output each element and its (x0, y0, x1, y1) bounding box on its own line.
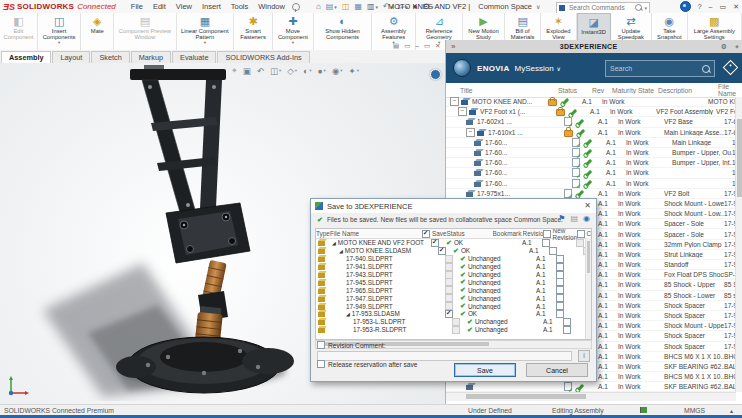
chevron-up-icon[interactable]: ▴ (730, 407, 733, 414)
gear-icon[interactable]: ⚙ (721, 43, 727, 51)
chevron-down-icon[interactable]: ▾ (644, 5, 647, 11)
new-revision-all-checkbox[interactable] (543, 230, 551, 238)
cancel-button[interactable]: Cancel (526, 363, 588, 377)
save-checkbox[interactable] (445, 286, 453, 294)
bookmark-icon[interactable]: ⚑ (558, 214, 565, 223)
tag-icon[interactable] (723, 60, 739, 76)
ribbon-button-component-preview-window[interactable]: ▤Component Preview Window (114, 13, 176, 50)
save-button[interactable]: Save (454, 363, 516, 377)
new-revision-checkbox[interactable] (556, 278, 564, 286)
collapse-panel-icon[interactable]: » (451, 42, 455, 51)
ribbon-button-edit-component[interactable]: ◧Edit Component (0, 13, 38, 50)
3dexperience-user-icon[interactable] (430, 69, 441, 80)
dialog-file-row[interactable]: 17-940.SLDPRT✔UnchangedA.1 (316, 255, 591, 263)
tree-collapse-icon[interactable]: − (450, 97, 459, 106)
tab-evaluate[interactable]: Evaluate (172, 51, 216, 63)
dialog-file-row[interactable]: 17-965.SLDPRT✔UnchangedA.1 (316, 286, 591, 294)
table-row[interactable]: 17-60...A.1In WorkBumper - Upper, Int...… (446, 158, 736, 168)
save-checkbox[interactable] (431, 239, 439, 247)
ribbon-button-show-hidden-components[interactable]: ◐Show Hidden Components (314, 13, 372, 50)
collaborative-space-label[interactable]: Common Space (478, 2, 532, 11)
close-button[interactable]: ✕ (435, 42, 440, 50)
home-button[interactable]: ⌂ (314, 2, 323, 11)
mysession-selector[interactable]: MySession (514, 64, 553, 73)
table-row[interactable]: 17-60...A.1In Work17-608.SLDPRT (446, 179, 736, 189)
ribbon-button-mate[interactable]: ◈Mate (81, 13, 114, 50)
pin-panel-icon[interactable]: ⌖ (735, 43, 739, 51)
menu-window[interactable]: Window (253, 2, 290, 11)
tree-collapse-icon[interactable]: ◢ (339, 248, 343, 254)
column-header-maturity-state[interactable]: Maturity State (612, 87, 658, 94)
panel-search-input[interactable] (606, 64, 702, 73)
tab-solidworks-add-ins[interactable]: SOLIDWORKS Add-Ins (217, 51, 309, 63)
save-checkbox[interactable] (445, 271, 453, 279)
table-row[interactable]: −MOTO KNEE AND...A.1In WorkMOTO KNEE AN.… (446, 97, 736, 107)
dialog-file-row[interactable]: 17-943.SLDPRT✔UnchangedA.1 (316, 271, 591, 279)
new-revision-checkbox[interactable] (556, 263, 564, 271)
horizontal-scrollbar[interactable] (446, 392, 736, 401)
dialog-file-row[interactable]: ◢17-953.SLDASM✔OKA.1 (316, 310, 591, 318)
save-button[interactable]: ▦ (352, 2, 364, 11)
info-icon[interactable]: i (578, 350, 590, 362)
tab-layout[interactable]: Layout (52, 51, 90, 63)
release-reservation-checkbox[interactable] (317, 360, 325, 368)
tree-collapse-icon[interactable]: ◢ (346, 311, 350, 317)
split-button[interactable]: ▭ (404, 42, 410, 50)
save-checkbox[interactable] (452, 318, 460, 326)
ribbon-button-move-component[interactable]: ✚Move Component▾ (273, 13, 314, 50)
dialog-file-row[interactable]: 17-947.SLDPRT✔UnchangedA.1 (316, 294, 591, 302)
save-checkbox[interactable] (445, 294, 453, 302)
comment-all-checkbox[interactable] (577, 230, 585, 238)
new-revision-checkbox[interactable] (556, 271, 564, 279)
scroll-thumb[interactable] (737, 119, 742, 197)
new-revision-checkbox[interactable] (556, 302, 564, 310)
search-icon[interactable] (635, 4, 642, 11)
close-button[interactable]: ✕ (733, 3, 739, 11)
column-header-rev[interactable]: Rev (592, 87, 612, 94)
save-checkbox[interactable] (445, 278, 453, 286)
new-revision-checkbox[interactable] (549, 247, 557, 255)
new-revision-checkbox[interactable] (556, 286, 564, 294)
table-row[interactable]: 17-60...A.1In Work17-607.SLDPRT (446, 168, 736, 178)
table-row[interactable]: 17-60...A.1In WorkBumper - Upper, Ou...1… (446, 148, 736, 158)
table-row[interactable]: 17-602x1 ...A.1In WorkVF2 Base17-602.SLD… (446, 117, 736, 127)
notification-flag-icon[interactable] (640, 407, 647, 413)
save-checkbox[interactable] (445, 263, 453, 271)
dialog-file-row[interactable]: 17-949.SLDPRT✔UnchangedA.1 (316, 302, 591, 310)
table-row[interactable]: −17-610x1 ...A.1In WorkMain Linkage Asse… (446, 128, 736, 138)
help-icon[interactable]: ◉ (583, 214, 590, 223)
revision-comment-checkbox[interactable] (317, 341, 325, 349)
menu-tools[interactable]: Tools (226, 2, 254, 11)
new-revision-checkbox[interactable] (542, 239, 550, 247)
column-header-description[interactable]: Description (658, 87, 718, 94)
new-document-button[interactable]: ▤▾ (324, 2, 339, 11)
help-button[interactable]: ? (698, 3, 702, 10)
table-row[interactable]: −VF2 Foot x1 (...A.1In WorkVF2 Foot Asse… (446, 107, 736, 117)
user-avatar[interactable] (680, 1, 691, 12)
table-row[interactable]: 17-60...A.1In WorkMain Linkage17-601.SLD… (446, 138, 736, 148)
tab-sketch[interactable]: Sketch (91, 51, 129, 63)
display-pane-button[interactable]: ▤ (393, 42, 399, 50)
ribbon-button-insert-components[interactable]: ◫Insert Components▾ (38, 13, 81, 50)
dialog-file-row[interactable]: ◢MOTO KNEE AND VF2 FOOT.SLD...✔OKA.1 (316, 239, 591, 247)
search-commands-input[interactable] (567, 3, 635, 12)
minimize-button[interactable]: – (415, 42, 419, 50)
column-header-title[interactable]: Title (446, 87, 556, 94)
tree-collapse-icon[interactable]: ◢ (332, 240, 336, 246)
scroll-thumb[interactable] (466, 394, 586, 399)
vertical-scrollbar[interactable] (735, 97, 742, 392)
dialog-file-row[interactable]: 17-953-R.SLDPRT✔UnchangedA.1 (316, 326, 591, 334)
tree-collapse-icon[interactable]: − (466, 128, 475, 137)
restore-button[interactable]: ▭ (720, 3, 727, 11)
dialog-file-row[interactable]: 17-953-L.SLDPRT✔UnchangedA.1 (316, 318, 591, 326)
minimize-button[interactable]: – (709, 3, 713, 10)
table-row[interactable]: A.1In WorkSKF BEARING #62...BALL BEARING… (446, 382, 736, 392)
new-revision-checkbox[interactable] (563, 326, 571, 334)
menu-view[interactable]: View (171, 2, 197, 11)
save-all-checkbox[interactable] (422, 230, 430, 238)
new-revision-checkbox[interactable] (563, 318, 571, 326)
open-button[interactable]: ◫ (340, 2, 352, 11)
scene-button[interactable]: ✦▾ (349, 66, 359, 76)
dialog-file-row[interactable]: ◢MOTO KNEE.SLDASM✔OKA.1 (316, 247, 591, 255)
ribbon-button-linear-component-pattern[interactable]: ▦Linear Component Pattern▾ (177, 13, 235, 50)
